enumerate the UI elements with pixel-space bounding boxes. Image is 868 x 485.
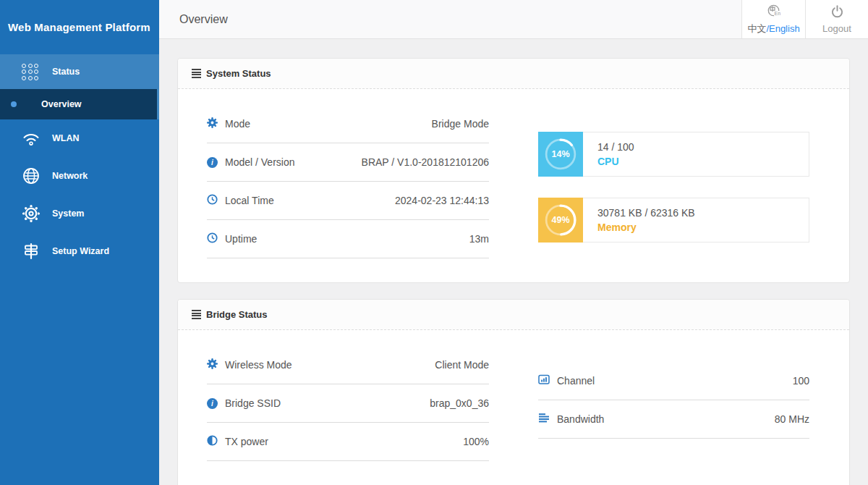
sidebar-item-status[interactable]: Status	[0, 54, 159, 89]
half-circle-icon	[207, 435, 218, 449]
row-value: 80 MHz	[775, 413, 809, 425]
translate-icon: En	[767, 4, 780, 20]
logout-button[interactable]: Logout	[805, 0, 868, 38]
system-status-rows: Mode Bridge Mode i Model / Version BRAP …	[207, 105, 489, 258]
bars-icon	[538, 412, 550, 426]
topbar: Overview En 中文/English	[159, 0, 868, 39]
bridge-status-rows: Wireless Mode Client Mode i Bridge SSID …	[207, 346, 489, 461]
memory-label: Memory	[597, 222, 695, 233]
clock-icon	[207, 194, 218, 208]
memory-percent: 49%	[551, 215, 569, 225]
list-icon	[192, 310, 201, 319]
info-icon: i	[207, 157, 218, 168]
main-area: Overview En 中文/English	[159, 0, 868, 485]
cpu-gauge-icon: 14%	[538, 132, 583, 177]
cpu-gauge-card: 14% 14 / 100 CPU	[538, 132, 809, 177]
row-value: 100	[793, 375, 809, 387]
table-row: Wireless Mode Client Mode	[207, 346, 489, 384]
bar-chart-icon	[538, 374, 550, 388]
signpost-icon	[22, 242, 52, 261]
table-row: Uptime 13m	[207, 220, 489, 258]
sidebar-item-label: WLAN	[52, 133, 80, 143]
row-label: Local Time	[225, 195, 274, 206]
row-value: brap_0x0_36	[430, 397, 489, 409]
gear-outline-icon	[22, 204, 52, 223]
panel-title: Bridge Status	[206, 309, 268, 320]
sidebar-item-setup-wizard[interactable]: Setup Wizard	[0, 232, 159, 270]
row-value: 13m	[469, 233, 489, 245]
sidebar: Web Management Platform Status Overview …	[0, 0, 159, 485]
logout-label: Logout	[822, 23, 851, 34]
table-row: Channel 100	[538, 362, 809, 400]
bridge-status-header: Bridge Status	[178, 300, 849, 330]
table-row: i Bridge SSID brap_0x0_36	[207, 384, 489, 423]
sidebar-item-network[interactable]: Network	[0, 157, 159, 195]
row-label: Model / Version	[225, 156, 295, 168]
table-row: TX power 100%	[207, 423, 489, 461]
memory-value: 30781 KB / 62316 KB	[597, 207, 695, 219]
sidebar-item-label: Network	[52, 171, 88, 181]
system-status-header: System Status	[178, 59, 849, 89]
row-label: Mode	[225, 118, 250, 130]
content: System Status	[159, 39, 868, 485]
bridge-status-right-rows: Channel 100	[538, 346, 809, 461]
row-value: BRAP / V1.0-201812101206	[362, 156, 489, 168]
sidebar-item-label: Status	[52, 67, 80, 77]
app-title: Web Management Platform	[0, 0, 159, 54]
list-icon	[192, 69, 201, 78]
gear-icon	[207, 117, 218, 131]
system-status-panel: System Status	[177, 58, 850, 283]
sidebar-item-label: Overview	[41, 99, 82, 109]
wifi-icon	[22, 129, 52, 148]
sidebar-item-label: Setup Wizard	[52, 246, 109, 256]
bullet-dot-icon	[11, 101, 17, 107]
sidebar-item-wlan[interactable]: WLAN	[0, 119, 159, 157]
system-gauges: 14% 14 / 100 CPU	[538, 105, 809, 258]
table-row: Local Time 2024-02-23 12:44:13	[207, 182, 489, 220]
table-row: Bandwidth 80 MHz	[538, 400, 809, 439]
memory-gauge-card: 49% 30781 KB / 62316 KB Memory	[538, 198, 809, 242]
language-label: 中文/English	[747, 22, 799, 35]
row-value: 100%	[463, 436, 489, 447]
row-label: TX power	[225, 436, 268, 447]
panel-title: System Status	[206, 68, 271, 79]
table-row: i Model / Version BRAP / V1.0-2018121012…	[207, 143, 489, 182]
row-value: 2024-02-23 12:44:13	[395, 195, 489, 206]
svg-text:En: En	[775, 11, 781, 16]
sidebar-item-system[interactable]: System	[0, 195, 159, 232]
globe-icon	[22, 166, 52, 185]
memory-gauge-icon: 49%	[538, 198, 583, 242]
app-window: Web Management Platform Status Overview …	[0, 0, 868, 485]
row-label: Wireless Mode	[225, 359, 292, 371]
page-title: Overview	[179, 13, 228, 26]
row-label: Bridge SSID	[225, 397, 281, 409]
sidebar-item-label: System	[52, 208, 84, 219]
bridge-status-panel: Bridge Status	[177, 299, 850, 485]
table-row: Mode Bridge Mode	[207, 105, 489, 143]
row-label: Channel	[557, 375, 595, 387]
row-value: Client Mode	[435, 359, 489, 371]
row-label: Uptime	[225, 233, 257, 245]
sidebar-item-overview[interactable]: Overview	[0, 89, 159, 119]
clock-icon	[207, 232, 218, 246]
cpu-percent: 14%	[551, 149, 569, 159]
gear-icon	[207, 358, 218, 372]
row-label: Bandwidth	[557, 413, 604, 425]
cpu-label: CPU	[597, 156, 634, 167]
cpu-value: 14 / 100	[597, 141, 634, 153]
row-value: Bridge Mode	[432, 118, 489, 130]
info-icon: i	[207, 398, 218, 409]
power-icon	[830, 4, 844, 21]
grid-dots-icon	[22, 64, 52, 80]
language-toggle-button[interactable]: En 中文/English	[741, 0, 805, 38]
